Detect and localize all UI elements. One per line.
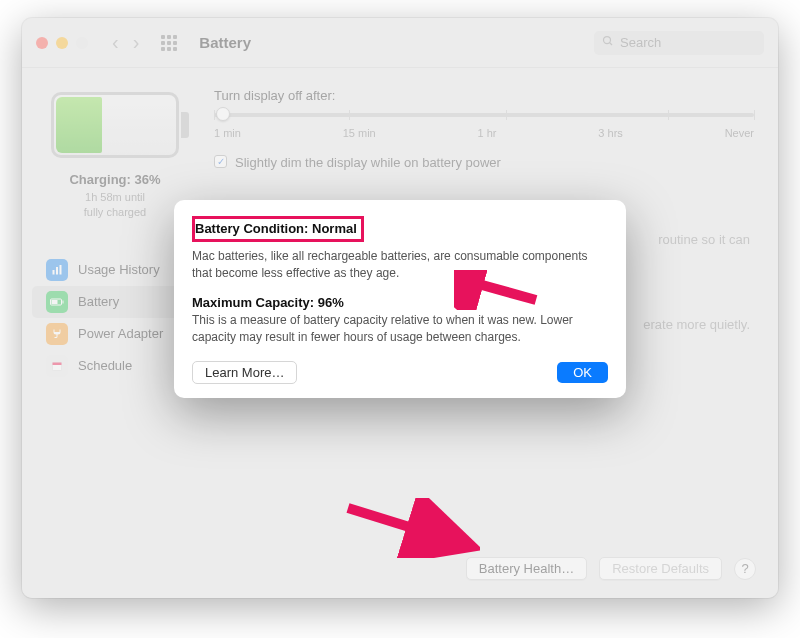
battery-condition-description: Mac batteries, like all rechargeable bat…: [192, 248, 608, 283]
annotation-highlight-box: Battery Condition: Normal: [192, 216, 364, 242]
battery-condition-heading: Battery Condition: Normal: [195, 221, 357, 236]
maximum-capacity-description: This is a measure of battery capacity re…: [192, 312, 608, 347]
ok-button[interactable]: OK: [557, 362, 608, 383]
maximum-capacity-heading: Maximum Capacity: 96%: [192, 295, 344, 310]
battery-health-sheet: Battery Condition: Normal Mac batteries,…: [174, 200, 626, 398]
learn-more-button[interactable]: Learn More…: [192, 361, 297, 384]
